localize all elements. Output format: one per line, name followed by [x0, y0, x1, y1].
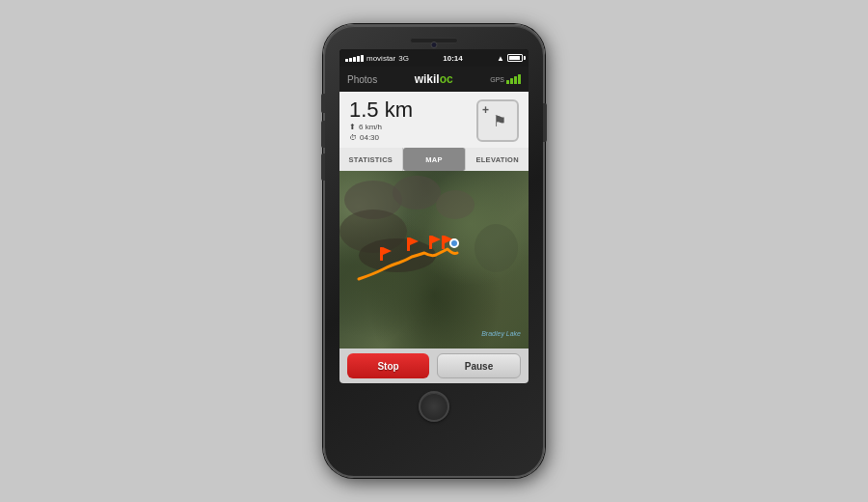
tab-map[interactable]: MAP — [403, 148, 467, 171]
front-camera — [431, 42, 438, 48]
waypoint-marker — [429, 236, 441, 249]
svg-rect-6 — [442, 236, 445, 249]
svg-rect-0 — [380, 247, 383, 261]
tab-statistics[interactable]: STATISTICS — [339, 148, 403, 171]
home-button[interactable] — [419, 391, 449, 422]
svg-rect-2 — [407, 237, 410, 251]
svg-rect-4 — [429, 236, 432, 249]
mute-button[interactable] — [321, 94, 325, 113]
svg-marker-1 — [383, 247, 392, 255]
speed-icon: ⬆ — [349, 123, 356, 131]
waypoint-marker — [380, 247, 392, 261]
gps-indicator: GPS — [490, 74, 521, 84]
waypoint-marker — [407, 237, 419, 251]
volume-down-button[interactable] — [321, 153, 325, 181]
svg-marker-3 — [410, 237, 419, 245]
stats-panel: 1.5 km ⬆ 6 km/h ⏱ 04:30 + ⚑ — [339, 92, 529, 148]
distance-value: 1.5 km — [349, 99, 413, 121]
speed-value: 6 km/h — [359, 123, 382, 131]
battery-icon — [507, 54, 523, 62]
pause-button[interactable]: Pause — [437, 353, 521, 378]
gps-label: GPS — [490, 76, 504, 83]
photos-nav[interactable]: Photos — [347, 74, 377, 85]
volume-up-button[interactable] — [321, 121, 325, 148]
stats-left: 1.5 km ⬆ 6 km/h ⏱ 04:30 — [349, 99, 413, 142]
clock-icon: ⏱ — [349, 133, 357, 142]
location-icon: ▲ — [497, 54, 504, 63]
tab-elevation[interactable]: ELEVATION — [466, 148, 529, 171]
flag-camera-icon: ⚑ — [493, 112, 506, 130]
lake-label: Bradley Lake — [481, 330, 521, 337]
logo-loc-text: oc — [440, 72, 453, 86]
duration-value: 04:30 — [360, 133, 379, 142]
app-logo: wikiloc — [415, 72, 453, 86]
status-left: movistar 3G — [345, 54, 409, 63]
status-right: ▲ — [497, 54, 523, 63]
action-buttons: Stop Pause — [339, 349, 529, 383]
photo-waypoint-button[interactable]: + ⚑ — [476, 99, 519, 142]
power-button[interactable] — [543, 103, 547, 142]
current-position-marker — [449, 238, 459, 248]
gps-signal-icon — [506, 74, 521, 84]
route-line — [339, 171, 529, 349]
stop-button[interactable]: Stop — [347, 353, 429, 378]
phone-screen: movistar 3G 10:14 ▲ Photos wikiloc GPS — [339, 49, 529, 383]
time-label: 10:14 — [443, 54, 462, 63]
svg-marker-5 — [432, 236, 441, 243]
speed-row: ⬆ 6 km/h — [349, 123, 413, 131]
carrier-label: movistar — [366, 54, 395, 63]
phone-device: movistar 3G 10:14 ▲ Photos wikiloc GPS — [323, 24, 545, 478]
signal-icon — [345, 55, 364, 62]
map-view[interactable]: Bradley Lake — [339, 171, 529, 349]
app-header: Photos wikiloc GPS — [339, 67, 529, 92]
logo-wiki-text: wikil — [415, 72, 440, 86]
status-bar: movistar 3G 10:14 ▲ — [339, 49, 529, 67]
time-row: ⏱ 04:30 — [349, 133, 413, 142]
network-label: 3G — [398, 54, 409, 63]
tabs-bar: STATISTICS MAP ELEVATION — [339, 148, 529, 171]
plus-icon: + — [482, 103, 489, 117]
